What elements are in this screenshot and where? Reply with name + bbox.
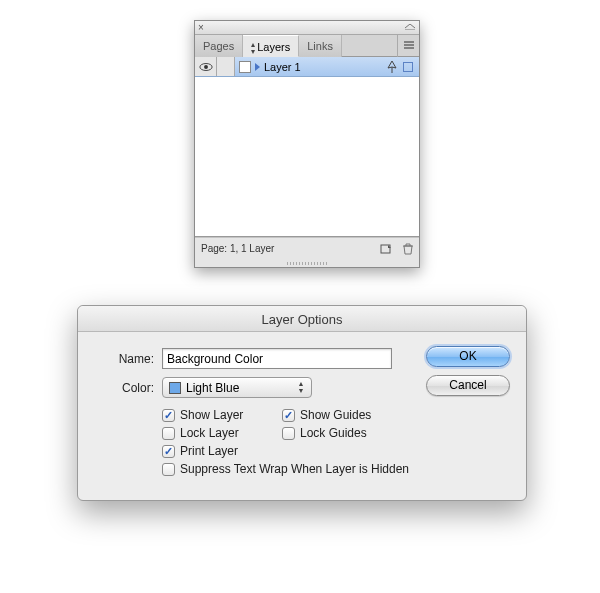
panel-titlebar: × <box>195 21 419 35</box>
new-layer-icon[interactable] <box>379 242 393 256</box>
cancel-button[interactable]: Cancel <box>426 375 510 396</box>
tab-pages[interactable]: Pages <box>195 35 243 57</box>
suppress-wrap-label: Suppress Text Wrap When Layer is Hidden <box>180 462 409 476</box>
color-swatch-icon <box>169 382 181 394</box>
lock-toggle[interactable] <box>217 57 235 76</box>
name-input[interactable] <box>162 348 392 369</box>
tab-layers-label: Layers <box>257 41 290 53</box>
lock-guides-checkbox[interactable]: Lock Guides <box>282 426 367 440</box>
trash-icon[interactable] <box>401 242 415 256</box>
show-layer-checkbox[interactable]: Show Layer <box>162 408 282 422</box>
layer-options-dialog: Layer Options Name: Color: Light Blue ▲▼… <box>77 305 527 501</box>
eye-icon <box>199 62 213 72</box>
ok-button[interactable]: OK <box>426 346 510 367</box>
collapse-icon[interactable] <box>405 24 415 30</box>
visibility-toggle[interactable] <box>195 57 217 76</box>
svg-point-1 <box>204 65 208 69</box>
layer-list: Layer 1 <box>195 57 419 237</box>
selection-indicator[interactable] <box>403 62 413 72</box>
print-layer-label: Print Layer <box>180 444 238 458</box>
panel-tabs: Pages ▴▾Layers Links <box>195 35 419 57</box>
status-text: Page: 1, 1 Layer <box>201 243 274 254</box>
pen-icon <box>385 60 399 74</box>
name-label: Name: <box>94 352 154 366</box>
lock-guides-label: Lock Guides <box>300 426 367 440</box>
panel-resize-grip[interactable] <box>195 259 419 267</box>
tab-links[interactable]: Links <box>299 35 342 57</box>
color-label: Color: <box>94 381 154 395</box>
print-layer-checkbox[interactable]: Print Layer <box>162 444 282 458</box>
lock-layer-label: Lock Layer <box>180 426 239 440</box>
tab-layers[interactable]: ▴▾Layers <box>243 35 299 57</box>
show-guides-checkbox[interactable]: Show Guides <box>282 408 371 422</box>
layers-panel: × Pages ▴▾Layers Links Layer 1 Page: 1, … <box>194 20 420 268</box>
layer-color-swatch <box>239 61 251 73</box>
disclosure-triangle-icon[interactable] <box>255 63 260 71</box>
suppress-wrap-checkbox[interactable]: Suppress Text Wrap When Layer is Hidden <box>162 462 409 476</box>
lock-layer-checkbox[interactable]: Lock Layer <box>162 426 282 440</box>
select-arrows-icon: ▲▼ <box>295 380 307 394</box>
color-select[interactable]: Light Blue ▲▼ <box>162 377 312 398</box>
color-select-value: Light Blue <box>186 381 239 395</box>
dialog-title: Layer Options <box>78 306 526 332</box>
layer-name-label: Layer 1 <box>264 61 385 73</box>
panel-status-bar: Page: 1, 1 Layer <box>195 237 419 259</box>
close-icon[interactable]: × <box>198 21 204 35</box>
show-layer-label: Show Layer <box>180 408 243 422</box>
layer-row[interactable]: Layer 1 <box>195 57 419 77</box>
show-guides-label: Show Guides <box>300 408 371 422</box>
panel-menu-icon[interactable] <box>397 35 419 57</box>
